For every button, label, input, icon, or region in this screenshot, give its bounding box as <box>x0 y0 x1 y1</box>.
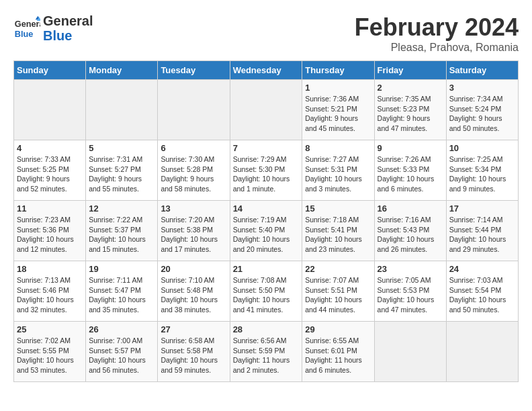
day-info: Sunrise: 6:56 AMSunset: 5:59 PMDaylight:… <box>233 336 300 375</box>
weekday-header-thursday: Thursday <box>302 61 374 80</box>
day-number: 7 <box>233 143 300 153</box>
day-number: 20 <box>161 264 226 274</box>
calendar-cell: 21Sunrise: 7:08 AMSunset: 5:50 PMDayligh… <box>230 261 302 322</box>
logo-icon: General Blue <box>13 15 40 42</box>
day-info: Sunrise: 7:36 AMSunset: 5:21 PMDaylight:… <box>305 94 371 134</box>
day-info: Sunrise: 6:55 AMSunset: 6:01 PMDaylight:… <box>305 336 371 375</box>
day-info: Sunrise: 7:02 AMSunset: 5:55 PMDaylight:… <box>17 336 83 375</box>
day-number: 28 <box>233 324 300 334</box>
day-number: 5 <box>89 143 154 153</box>
day-number: 26 <box>89 324 154 334</box>
day-info: Sunrise: 7:34 AMSunset: 5:24 PMDaylight:… <box>449 94 515 134</box>
day-info: Sunrise: 7:11 AMSunset: 5:47 PMDaylight:… <box>89 275 154 315</box>
calendar-cell: 24Sunrise: 7:03 AMSunset: 5:54 PMDayligh… <box>446 261 518 322</box>
calendar-cell: 23Sunrise: 7:05 AMSunset: 5:53 PMDayligh… <box>374 261 446 322</box>
calendar-cell: 6Sunrise: 7:30 AMSunset: 5:28 PMDaylight… <box>158 140 230 201</box>
calendar-cell: 20Sunrise: 7:10 AMSunset: 5:48 PMDayligh… <box>158 261 230 322</box>
day-number: 1 <box>305 83 371 93</box>
calendar-cell <box>446 322 518 382</box>
day-number: 17 <box>449 203 515 214</box>
weekday-header-friday: Friday <box>374 61 446 80</box>
day-number: 15 <box>305 203 371 214</box>
day-number: 19 <box>89 264 154 274</box>
day-number: 3 <box>449 83 515 93</box>
day-number: 27 <box>161 324 226 334</box>
day-info: Sunrise: 7:31 AMSunset: 5:27 PMDaylight:… <box>89 154 154 194</box>
svg-text:General: General <box>15 19 40 29</box>
day-info: Sunrise: 7:13 AMSunset: 5:46 PMDaylight:… <box>17 275 83 315</box>
day-info: Sunrise: 7:35 AMSunset: 5:23 PMDaylight:… <box>378 94 443 134</box>
calendar-cell <box>14 80 86 140</box>
day-number: 11 <box>17 203 83 214</box>
day-number: 14 <box>233 203 300 214</box>
logo-blue: Blue <box>43 28 93 43</box>
calendar-cell: 3Sunrise: 7:34 AMSunset: 5:24 PMDaylight… <box>446 80 518 140</box>
weekday-header-tuesday: Tuesday <box>158 61 230 80</box>
calendar-cell: 16Sunrise: 7:16 AMSunset: 5:43 PMDayligh… <box>374 201 446 261</box>
day-number: 16 <box>378 203 443 214</box>
weekday-header-sunday: Sunday <box>14 61 86 80</box>
calendar-cell: 25Sunrise: 7:02 AMSunset: 5:55 PMDayligh… <box>14 322 86 382</box>
day-number: 12 <box>89 203 154 214</box>
calendar-cell <box>158 80 230 140</box>
day-info: Sunrise: 7:19 AMSunset: 5:40 PMDaylight:… <box>233 215 300 255</box>
day-info: Sunrise: 7:16 AMSunset: 5:43 PMDaylight:… <box>378 215 443 255</box>
calendar-cell: 28Sunrise: 6:56 AMSunset: 5:59 PMDayligh… <box>230 322 302 382</box>
day-info: Sunrise: 7:05 AMSunset: 5:53 PMDaylight:… <box>378 275 443 315</box>
day-info: Sunrise: 7:07 AMSunset: 5:51 PMDaylight:… <box>305 275 371 315</box>
day-number: 2 <box>378 83 443 93</box>
day-number: 25 <box>17 324 83 334</box>
page-header: General Blue General Blue February 2024 … <box>13 13 519 54</box>
day-number: 9 <box>378 143 443 153</box>
day-number: 23 <box>378 264 443 274</box>
calendar-cell: 13Sunrise: 7:20 AMSunset: 5:38 PMDayligh… <box>158 201 230 261</box>
weekday-header-monday: Monday <box>86 61 158 80</box>
calendar-cell: 15Sunrise: 7:18 AMSunset: 5:41 PMDayligh… <box>302 201 374 261</box>
title-block: February 2024 Pleasa, Prahova, Romania <box>355 13 519 54</box>
calendar-cell: 10Sunrise: 7:25 AMSunset: 5:34 PMDayligh… <box>446 140 518 201</box>
day-info: Sunrise: 7:25 AMSunset: 5:34 PMDaylight:… <box>449 154 515 194</box>
svg-text:Blue: Blue <box>15 29 34 39</box>
logo-general: General <box>43 13 93 28</box>
day-info: Sunrise: 7:27 AMSunset: 5:31 PMDaylight:… <box>305 154 371 194</box>
calendar-cell: 27Sunrise: 6:58 AMSunset: 5:58 PMDayligh… <box>158 322 230 382</box>
day-info: Sunrise: 7:03 AMSunset: 5:54 PMDaylight:… <box>449 275 515 315</box>
calendar-cell <box>230 80 302 140</box>
calendar-table: SundayMondayTuesdayWednesdayThursdayFrid… <box>13 60 519 382</box>
day-info: Sunrise: 6:58 AMSunset: 5:58 PMDaylight:… <box>161 336 226 375</box>
calendar-cell: 2Sunrise: 7:35 AMSunset: 5:23 PMDaylight… <box>374 80 446 140</box>
day-info: Sunrise: 7:18 AMSunset: 5:41 PMDaylight:… <box>305 215 371 255</box>
calendar-cell: 22Sunrise: 7:07 AMSunset: 5:51 PMDayligh… <box>302 261 374 322</box>
logo: General Blue General Blue <box>13 13 93 43</box>
calendar-cell: 5Sunrise: 7:31 AMSunset: 5:27 PMDaylight… <box>86 140 158 201</box>
calendar-cell: 4Sunrise: 7:33 AMSunset: 5:25 PMDaylight… <box>14 140 86 201</box>
calendar-cell: 11Sunrise: 7:23 AMSunset: 5:36 PMDayligh… <box>14 201 86 261</box>
calendar-cell: 7Sunrise: 7:29 AMSunset: 5:30 PMDaylight… <box>230 140 302 201</box>
day-info: Sunrise: 7:33 AMSunset: 5:25 PMDaylight:… <box>17 154 83 194</box>
weekday-header-wednesday: Wednesday <box>230 61 302 80</box>
day-number: 24 <box>449 264 515 274</box>
calendar-cell: 14Sunrise: 7:19 AMSunset: 5:40 PMDayligh… <box>230 201 302 261</box>
calendar-cell: 18Sunrise: 7:13 AMSunset: 5:46 PMDayligh… <box>14 261 86 322</box>
calendar-cell <box>86 80 158 140</box>
day-number: 6 <box>161 143 226 153</box>
calendar-cell: 26Sunrise: 7:00 AMSunset: 5:57 PMDayligh… <box>86 322 158 382</box>
day-info: Sunrise: 7:20 AMSunset: 5:38 PMDaylight:… <box>161 215 226 255</box>
day-info: Sunrise: 7:10 AMSunset: 5:48 PMDaylight:… <box>161 275 226 315</box>
calendar-cell: 8Sunrise: 7:27 AMSunset: 5:31 PMDaylight… <box>302 140 374 201</box>
day-info: Sunrise: 7:29 AMSunset: 5:30 PMDaylight:… <box>233 154 300 194</box>
day-number: 21 <box>233 264 300 274</box>
day-info: Sunrise: 7:00 AMSunset: 5:57 PMDaylight:… <box>89 336 154 375</box>
day-info: Sunrise: 7:26 AMSunset: 5:33 PMDaylight:… <box>378 154 443 194</box>
day-info: Sunrise: 7:08 AMSunset: 5:50 PMDaylight:… <box>233 275 300 315</box>
calendar-cell: 17Sunrise: 7:14 AMSunset: 5:44 PMDayligh… <box>446 201 518 261</box>
day-number: 18 <box>17 264 83 274</box>
day-number: 22 <box>305 264 371 274</box>
month-title: February 2024 <box>355 13 519 42</box>
day-info: Sunrise: 7:30 AMSunset: 5:28 PMDaylight:… <box>161 154 226 194</box>
day-number: 29 <box>305 324 371 334</box>
calendar-cell <box>374 322 446 382</box>
weekday-header-saturday: Saturday <box>446 61 518 80</box>
calendar-cell: 9Sunrise: 7:26 AMSunset: 5:33 PMDaylight… <box>374 140 446 201</box>
calendar-cell: 1Sunrise: 7:36 AMSunset: 5:21 PMDaylight… <box>302 80 374 140</box>
